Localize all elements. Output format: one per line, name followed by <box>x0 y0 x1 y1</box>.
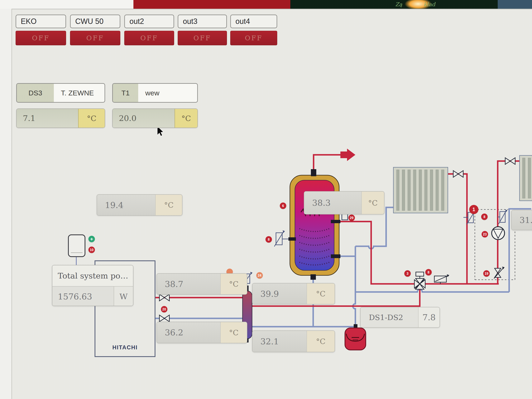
readout-ds1-ds2: DS1-DS2 7.8 <box>360 307 440 328</box>
readout-temp-4: 39.9 °C <box>252 283 335 304</box>
readout-temp-0: 19.4 °C <box>97 194 183 216</box>
flow-arrow-icon <box>340 149 355 161</box>
add-marker-icon: + <box>89 236 95 242</box>
tank-sensor-icon <box>274 230 288 247</box>
sensor-value: 20.0 <box>113 109 175 128</box>
readout-label: DS1-DS2 <box>361 307 418 327</box>
readout-unit: °C <box>361 192 384 214</box>
marker-10-icon: 10 <box>89 247 95 253</box>
total-power-value: 1576.63 <box>52 287 114 306</box>
total-power-unit: W <box>114 287 133 306</box>
sensor-name: T. ZEWNE <box>54 84 105 102</box>
output-state-button-0[interactable]: OFF <box>16 31 66 45</box>
output-name-out4[interactable]: out4 <box>230 14 277 28</box>
sensor-name: wew <box>138 84 197 102</box>
total-power-box: Total system po… 1576.63 W <box>52 265 133 306</box>
sensor-id: DS3 <box>17 84 54 102</box>
output-name-cwu-50[interactable]: CWU 50 <box>70 14 120 28</box>
readout-unit: °C <box>306 331 335 352</box>
readout-value: 32.1 <box>253 331 306 352</box>
readout-value: 38.3 <box>304 192 361 214</box>
buffer-tank <box>288 169 348 280</box>
readout-value: 38.7 <box>157 274 220 294</box>
total-power-label: Total system po… <box>52 265 133 286</box>
readout-unit: °C <box>220 322 247 343</box>
output-state-button-2[interactable]: OFF <box>124 31 174 45</box>
scada-screen: Zą kład <box>0 0 532 399</box>
readout-unit: °C <box>155 195 182 215</box>
mixing-valve-icon <box>414 272 425 289</box>
radiator-left <box>393 167 448 213</box>
motor-valve-icon <box>434 274 449 284</box>
readout-temp-6: 31.4 <box>511 210 532 230</box>
marker-8-icon: 8 <box>481 214 488 220</box>
sensor-value-t1: 20.0 °C <box>112 108 198 128</box>
readout-temp-1: 38.3 °C <box>304 191 385 215</box>
marker-19-icon: 19 <box>483 270 490 277</box>
marker-23-icon: 23 <box>482 231 488 238</box>
pump-icon <box>492 227 505 240</box>
brand-label: HITACHI <box>95 344 155 351</box>
output-state-button-4[interactable]: OFF <box>230 31 277 45</box>
readout-value: 7.8 <box>418 307 439 327</box>
readout-value: 36.2 <box>157 322 220 343</box>
marker-24-icon: 24 <box>256 272 263 279</box>
radiator-right <box>519 155 532 201</box>
marker-8-icon: 8 <box>425 269 432 276</box>
sensor-value-ds3: 7.1 °C <box>16 108 105 128</box>
readout-temp-2: 38.7 °C <box>157 273 247 295</box>
output-state-button-1[interactable]: OFF <box>70 31 120 45</box>
readout-value: 31.4 <box>512 210 532 230</box>
marker-6-icon: 6 <box>280 203 286 209</box>
sensor-card-t1[interactable]: T1 wew <box>112 83 198 103</box>
sensor-unit: °C <box>175 109 197 128</box>
thermostat-icon <box>68 234 85 257</box>
output-name-eko[interactable]: EKO <box>16 14 66 28</box>
readout-temp-5: 32.1 °C <box>252 330 335 352</box>
output-name-out3[interactable]: out3 <box>178 14 227 28</box>
readout-temp-3: 36.2 °C <box>157 322 247 343</box>
marker-1-icon: 1 <box>469 205 478 214</box>
sensor-id: T1 <box>113 84 138 102</box>
marker-8-icon: 8 <box>266 236 272 243</box>
readout-unit: °C <box>306 284 335 304</box>
sensor-card-ds3[interactable]: DS3 T. ZEWNE <box>16 83 105 103</box>
readout-value: 39.9 <box>253 284 306 304</box>
output-name-out2[interactable]: out2 <box>124 14 174 28</box>
readout-unit: °C <box>220 274 247 294</box>
expansion-vessel-icon <box>345 324 366 350</box>
balancing-valve-icon <box>494 267 505 279</box>
readout-value: 19.4 <box>97 195 155 215</box>
sensor-unit: °C <box>78 109 105 128</box>
marker-3-icon: 3 <box>404 270 411 277</box>
sensor-value: 7.1 <box>17 109 78 128</box>
marker-20-icon: 20 <box>161 306 167 313</box>
output-state-button-3[interactable]: OFF <box>178 31 227 45</box>
marker-29-icon: 29 <box>348 215 355 221</box>
